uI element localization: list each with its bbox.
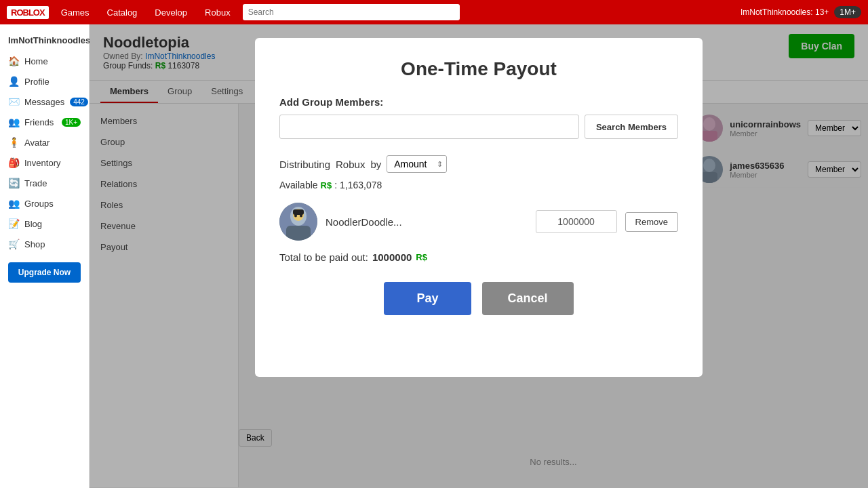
sidebar-item-groups[interactable]: 👥 Groups xyxy=(0,193,89,214)
search-input[interactable] xyxy=(243,4,460,20)
total-robux-icon: R$ xyxy=(416,252,427,262)
robux-badge: 1M+ xyxy=(834,6,861,18)
username-display: ImNotThinknoodles: 13+ xyxy=(741,7,829,17)
distributing-label: Distributing xyxy=(279,159,330,170)
remove-button[interactable]: Remove xyxy=(625,212,678,232)
sidebar-item-trade[interactable]: 🔄 Trade xyxy=(0,173,89,193)
sidebar-item-label: Shop xyxy=(24,239,45,249)
messages-badge: 442 xyxy=(70,98,88,106)
payout-modal: One-Time Payout Add Group Members: Searc… xyxy=(255,38,703,377)
sidebar-item-label: Avatar xyxy=(24,138,50,148)
by-label: by xyxy=(370,159,381,170)
shop-icon: 🛒 xyxy=(8,239,19,249)
pay-button[interactable]: Pay xyxy=(384,282,471,315)
sidebar-item-label: Trade xyxy=(24,178,47,188)
available-amount-value: 1,163,078 xyxy=(340,180,382,190)
trade-icon: 🔄 xyxy=(8,178,19,188)
sidebar: ImNotThinknoodles 🏠 Home 👤 Profile ✉️ Me… xyxy=(0,24,90,488)
available-label: Available xyxy=(279,180,318,190)
available-row: Available R$ : 1,163,078 xyxy=(279,180,678,190)
sidebar-item-home[interactable]: 🏠 Home xyxy=(0,51,89,71)
upgrade-now-button[interactable]: Upgrade Now xyxy=(8,262,81,283)
nav-right: ImNotThinknoodles: 13+ 1M+ xyxy=(741,6,861,18)
top-nav: ROBLOX Games Catalog Develop Robux ImNot… xyxy=(0,0,868,24)
payout-avatar xyxy=(279,203,317,241)
sidebar-item-messages[interactable]: ✉️ Messages 442 xyxy=(0,92,89,112)
total-label: Total to be paid out: xyxy=(279,251,368,263)
sidebar-item-label: Home xyxy=(24,56,48,66)
available-amount: : xyxy=(334,180,337,190)
nav-develop[interactable]: Develop xyxy=(149,7,193,18)
robux-label: Robux xyxy=(336,159,365,170)
sidebar-item-label: Messages xyxy=(24,97,64,107)
modal-title: One-Time Payout xyxy=(279,58,678,80)
sidebar-item-label: Groups xyxy=(24,199,54,209)
robux-icon-green: R$ xyxy=(321,180,332,190)
nav-games[interactable]: Games xyxy=(56,7,95,18)
sidebar-item-label: Inventory xyxy=(24,158,60,168)
sidebar-item-inventory[interactable]: 🎒 Inventory xyxy=(0,152,89,173)
payout-member-name: NoodlerDoodle... xyxy=(326,216,528,228)
roblox-logo: ROBLOX xyxy=(7,6,49,19)
sidebar-item-label: Profile xyxy=(24,77,50,87)
svg-point-9 xyxy=(294,214,297,218)
sidebar-item-blog[interactable]: 📝 Blog xyxy=(0,214,89,234)
profile-icon: 👤 xyxy=(8,76,19,87)
friends-badge: 1K+ xyxy=(62,118,81,127)
payout-amount-input[interactable] xyxy=(536,210,617,233)
add-group-members-label: Add Group Members: xyxy=(279,96,678,108)
groups-icon: 👥 xyxy=(8,198,19,209)
avatar-icon: 🧍 xyxy=(8,137,19,148)
sidebar-item-label: Friends xyxy=(24,117,54,127)
svg-rect-6 xyxy=(286,226,311,241)
svg-point-10 xyxy=(300,214,302,218)
modal-buttons: Pay Cancel xyxy=(279,282,678,315)
search-members-button[interactable]: Search Members xyxy=(585,115,678,139)
member-search-input[interactable] xyxy=(279,115,579,139)
sidebar-username: ImNotThinknoodles xyxy=(0,30,89,51)
total-amount: 1000000 xyxy=(372,251,412,263)
cancel-button[interactable]: Cancel xyxy=(482,282,574,315)
nav-catalog[interactable]: Catalog xyxy=(102,7,143,18)
sidebar-item-label: Blog xyxy=(24,219,42,229)
blog-icon: 📝 xyxy=(8,218,19,229)
sidebar-item-avatar[interactable]: 🧍 Avatar xyxy=(0,132,89,152)
svg-rect-8 xyxy=(293,209,304,215)
amount-select[interactable]: Amount xyxy=(387,155,447,173)
amount-select-wrap: Amount xyxy=(387,155,447,173)
modal-overlay: One-Time Payout Add Group Members: Searc… xyxy=(90,24,868,488)
sidebar-item-profile[interactable]: 👤 Profile xyxy=(0,71,89,92)
total-row: Total to be paid out: 1000000 R$ xyxy=(279,251,678,263)
sidebar-item-shop[interactable]: 🛒 Shop xyxy=(0,234,89,254)
home-icon: 🏠 xyxy=(8,56,19,66)
search-row: Search Members xyxy=(279,115,678,139)
inventory-icon: 🎒 xyxy=(8,157,19,168)
sidebar-item-friends[interactable]: 👥 Friends 1K+ xyxy=(0,112,89,132)
messages-icon: ✉️ xyxy=(8,96,19,107)
distributing-row: Distributing Robux by Amount xyxy=(279,155,678,173)
friends-icon: 👥 xyxy=(8,117,19,127)
main-content: Noodletopia Owned By: ImNotThinknoodles … xyxy=(90,24,868,488)
nav-robux[interactable]: Robux xyxy=(199,7,236,18)
payout-member-row: NoodlerDoodle... Remove xyxy=(279,203,678,241)
